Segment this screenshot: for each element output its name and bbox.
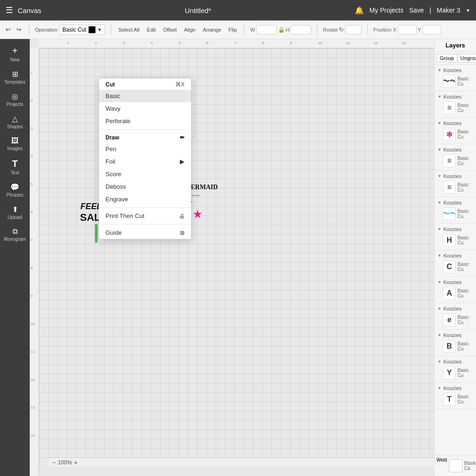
sidebar-item-upload[interactable]: ⬆ Upload [2, 202, 28, 223]
hamburger-icon[interactable]: ☰ [6, 5, 13, 15]
layer-group-label: Koozies [443, 226, 462, 232]
undo-button[interactable]: ↩ [4, 24, 13, 35]
sidebar-item-text[interactable]: T Text [2, 156, 28, 178]
zoom-out-button[interactable]: − [52, 459, 56, 466]
layer-sub-label: Basic Cu [457, 315, 473, 325]
layer-item[interactable]: ▼ Koozies B Basic Cu [435, 330, 476, 356]
dropdown-score-item[interactable]: Score [99, 168, 191, 180]
print-icon: 🖨 [179, 213, 185, 219]
layer-item[interactable]: ▼ Koozies H Basic Cu [435, 224, 476, 250]
ruler-vtick-1: 1 [31, 71, 33, 75]
weld-button[interactable]: Weld [436, 457, 447, 474]
zoom-in-button[interactable]: + [74, 459, 78, 466]
sidebar-item-images[interactable]: 🖼 Images [2, 134, 28, 154]
sidebar-item-label-monogram: Monogram [4, 237, 26, 242]
layer-thumbnail: e [443, 313, 456, 326]
sidebar-item-phrases[interactable]: 💬 Phrases [2, 180, 28, 200]
dropdown-pen-item[interactable]: Pen [99, 143, 191, 155]
dropdown-draw-header: Draw ✏ [99, 132, 191, 143]
topbar-separator: | [430, 7, 431, 14]
lock-icon[interactable]: 🔒 [278, 26, 285, 33]
select-all-group: Select All [117, 25, 141, 34]
layer-item[interactable]: ▼ Koozies 〜〜 Basic Cu [435, 65, 476, 91]
layer-chevron-icon: ▼ [437, 306, 442, 311]
canvas-wrapper[interactable]: 1 2 3 4 5 6 7 8 9 10 11 12 13 1 2 3 4 [30, 39, 434, 476]
layer-item[interactable]: ▼ Koozies ≡ Basic Cu [435, 144, 476, 171]
pos-y-input[interactable]: 0.714 [423, 25, 441, 34]
layer-item[interactable]: ▼ Koozies A Basic Cu [435, 277, 476, 303]
dropdown-engrave-item[interactable]: Engrave [99, 193, 191, 205]
dropdown-wavy-item[interactable]: Wavy [99, 102, 191, 115]
layer-thumbnail: ≡ [443, 181, 456, 194]
layer-item[interactable]: ▼ Koozies T Basic Cu [435, 383, 476, 409]
size-w-input[interactable]: 2.441 [256, 25, 277, 34]
group-button[interactable]: Group [436, 54, 457, 62]
rotate-input[interactable]: 0 [345, 25, 362, 34]
sidebar-item-shapes[interactable]: △ Shapes [2, 112, 28, 132]
layer-item[interactable]: ▼ Koozies e Basic Cu [435, 303, 476, 330]
save-button[interactable]: Save [409, 7, 424, 14]
layer-item[interactable]: ▼ Koozies ≡ Basic Cu [435, 171, 476, 197]
offset-button[interactable]: Offset [161, 25, 178, 34]
zoom-level: 100% [58, 459, 72, 466]
flip-button[interactable]: Flip [227, 25, 239, 34]
pos-x-input[interactable]: 0.5 [398, 25, 416, 34]
separator-2 [111, 24, 111, 35]
ungroup-button[interactable]: Ungroup [457, 54, 476, 62]
operation-value: Basic Cut [62, 26, 86, 33]
layer-thumbnail: B [443, 340, 456, 353]
layer-sub-label: Basic Cu [457, 235, 473, 245]
notification-icon[interactable]: 🔔 [355, 6, 364, 15]
operation-select[interactable]: Basic Cut ▼ [59, 25, 105, 35]
sidebar-item-label-images: Images [7, 146, 23, 151]
ruler-left: 1 2 3 4 5 6 7 8 9 10 11 12 13 14 [30, 48, 39, 476]
dropdown-print-then-cut-item[interactable]: Print Then Cut 🖨 [99, 210, 191, 222]
guide-label: Guide [106, 229, 122, 236]
dropdown-foil-item[interactable]: Foil ▶ [99, 155, 191, 168]
layer-thumbnail: 〜〜 [443, 207, 456, 220]
layer-item[interactable]: ▼ Koozies Y Basic Cu [435, 356, 476, 383]
ruler-vtick-13: 13 [31, 405, 35, 410]
ruler-tick-11: 11 [346, 41, 350, 45]
dropdown-divider-1 [99, 129, 191, 130]
svg-marker-9 [193, 210, 202, 218]
size-h-input[interactable]: 1.423 [291, 25, 311, 34]
layer-item[interactable]: ▼ Koozies C Basic Cu [435, 250, 476, 277]
layer-chevron-icon: ▼ [437, 227, 442, 231]
layer-chevron-icon: ▼ [437, 174, 442, 178]
dropdown-basic-item[interactable]: Basic [99, 90, 191, 102]
basic-label: Basic [106, 93, 120, 99]
ruler-tick-12: 12 [374, 41, 378, 45]
draw-label: Draw [106, 134, 119, 141]
sidebar-item-new[interactable]: + New [2, 43, 28, 65]
ruler-vtick-5: 5 [31, 182, 33, 186]
layers-list: ▼ Koozies 〜〜 Basic Cu ▼ Koozies ≡ Basic … [435, 65, 476, 455]
layer-sub-label: Basic Cu [457, 129, 473, 139]
ruler-vtick-6: 6 [31, 210, 33, 214]
layer-thumbnail: H [443, 234, 456, 247]
sidebar-item-label-templates: Templates [4, 79, 26, 85]
dropdown-guide-item[interactable]: Guide ⊞ [99, 226, 191, 239]
arrange-button[interactable]: Arrange [201, 25, 223, 34]
layer-item[interactable]: ▼ Koozies ✻ Basic Cu [435, 118, 476, 144]
maker-selector[interactable]: Maker 3 [437, 7, 461, 14]
edit-button[interactable]: Edit [145, 25, 158, 34]
layer-item[interactable]: ▼ Koozies 〜〜 Basic Cu [435, 197, 476, 224]
align-button[interactable]: Align [182, 25, 197, 34]
foil-label: Foil [106, 158, 115, 165]
ruler-vtick-7: 7 [31, 238, 33, 242]
dropdown-deboss-item[interactable]: Deboss [99, 180, 191, 193]
sidebar-item-monogram[interactable]: ⧉ Monogram [2, 225, 28, 245]
my-projects-link[interactable]: My Projects [370, 7, 403, 14]
layer-sub-label: Basic Cu [457, 156, 473, 166]
layer-item[interactable]: ▼ Koozies ≡ Basic Cu [435, 91, 476, 118]
sidebar-item-projects[interactable]: ◎ Projects [2, 89, 28, 110]
starfish-icon [192, 209, 203, 220]
dropdown-perforate-item[interactable]: Perforate [99, 115, 191, 127]
ruler-tick-7: 7 [234, 41, 236, 45]
layer-thumbnail: ≡ [443, 154, 456, 167]
ruler-vtick-11: 11 [31, 350, 35, 354]
sidebar-item-templates[interactable]: ⊞ Templates [2, 67, 28, 87]
redo-button[interactable]: ↪ [14, 24, 23, 35]
select-all-button[interactable]: Select All [117, 25, 141, 34]
